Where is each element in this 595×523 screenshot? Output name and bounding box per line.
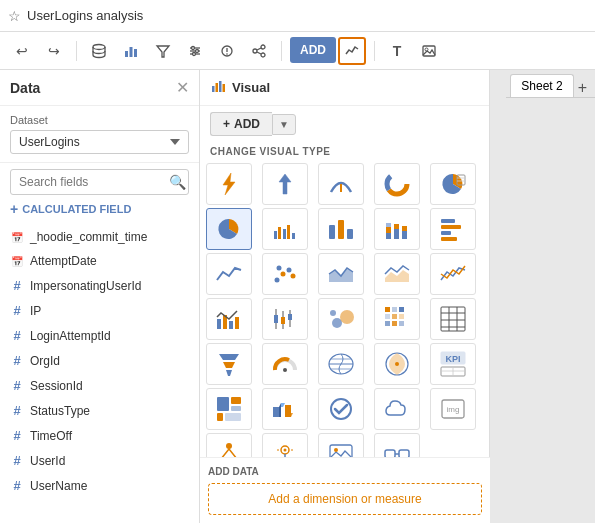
database-button[interactable] (85, 37, 113, 65)
chart-type-checklist[interactable] (318, 388, 364, 430)
chart-type-pie[interactable] (206, 208, 252, 250)
field-item[interactable]: # UserName (0, 473, 199, 498)
add-main-button[interactable]: + ADD (210, 112, 272, 136)
calculated-field-button[interactable]: + CALCULATED FIELD (10, 201, 189, 217)
chart-type-scatter[interactable] (262, 253, 308, 295)
redo-button[interactable]: ↪ (40, 37, 68, 65)
chart-type-kpi-table[interactable]: KPI (430, 343, 476, 385)
svg-rect-43 (386, 233, 391, 239)
chart-type-bubble[interactable] (318, 298, 364, 340)
field-item[interactable]: # OrgId (0, 348, 199, 373)
svg-rect-66 (281, 317, 285, 324)
text-button[interactable]: T (383, 37, 411, 65)
chart-type-line[interactable] (206, 253, 252, 295)
chart-button[interactable] (117, 37, 145, 65)
visual-panel: Visual + ADD ▼ CHANGE VISUAL TYPE (200, 70, 490, 523)
svg-rect-21 (212, 86, 215, 92)
settings-button[interactable] (181, 37, 209, 65)
chart-type-heatmap[interactable] (374, 298, 420, 340)
field-item[interactable]: # StatusType (0, 398, 199, 423)
chart-type-pie-table[interactable] (430, 163, 476, 205)
chart-type-map[interactable] (318, 343, 364, 385)
field-item[interactable]: # SessionId (0, 373, 199, 398)
chart-type-horizontal-bar[interactable] (430, 208, 476, 250)
chart-type-area[interactable] (318, 253, 364, 295)
chart-type-gauge[interactable] (262, 343, 308, 385)
add-tab-button[interactable]: + (574, 79, 591, 97)
field-item[interactable]: # IP (0, 298, 199, 323)
svg-point-10 (193, 52, 196, 55)
svg-rect-79 (392, 321, 397, 326)
svg-rect-41 (338, 220, 344, 239)
chart-type-arrow-up[interactable] (262, 163, 308, 205)
field-item[interactable]: 📅 AttemptDate (0, 249, 199, 273)
field-item[interactable]: # TimeOff (0, 423, 199, 448)
svg-point-96 (395, 362, 399, 366)
image-button[interactable] (415, 37, 443, 65)
field-name: _hoodie_commit_time (30, 230, 147, 244)
chart-type-3d-bar[interactable] (262, 388, 308, 430)
svg-rect-105 (217, 413, 223, 421)
field-item[interactable]: 📅 _hoodie_commit_time (0, 225, 199, 249)
sidebar-close-button[interactable]: ✕ (176, 78, 189, 97)
chart-type-funnel[interactable] (206, 343, 252, 385)
chart-type-bar-chart-2[interactable] (318, 208, 364, 250)
add-dimension-button[interactable]: Add a dimension or measure (208, 483, 482, 515)
chart-type-line-area-combo[interactable] (374, 253, 420, 295)
title-bar: ☆ UserLogins analysis (0, 0, 595, 32)
window-icon: ☆ (8, 8, 21, 24)
svg-line-18 (257, 52, 261, 54)
search-input[interactable] (19, 175, 169, 189)
share-button[interactable] (245, 37, 273, 65)
undo-button[interactable]: ↩ (8, 37, 36, 65)
chart-type-multi-line[interactable] (430, 253, 476, 295)
field-item[interactable]: # LoginAttemptId (0, 323, 199, 348)
insights-button[interactable] (213, 37, 241, 65)
chart-type-cloud[interactable] (374, 388, 420, 430)
chart-type-treemap[interactable] (206, 388, 252, 430)
field-item[interactable]: # UserId (0, 448, 199, 473)
svg-rect-112 (285, 405, 291, 417)
sheet-tab[interactable]: Sheet 2 (510, 74, 573, 97)
field-name: TimeOff (30, 429, 72, 443)
chart-type-image-placeholder[interactable]: img (430, 388, 476, 430)
visual-type-button[interactable] (338, 37, 366, 65)
add-dropdown-button[interactable]: ▼ (272, 114, 296, 135)
svg-rect-52 (441, 231, 451, 235)
add-btn-group: + ADD ▼ (210, 112, 479, 136)
plus-label: + (223, 117, 230, 131)
toolbar-separator-2 (281, 41, 282, 61)
chart-type-table[interactable] (430, 298, 476, 340)
main-layout: Data ✕ Dataset UserLogins 🔍 + CALCULATED… (0, 70, 595, 523)
svg-marker-26 (279, 174, 291, 194)
svg-rect-72 (385, 307, 390, 312)
svg-rect-77 (399, 314, 404, 319)
hash-icon: # (10, 428, 24, 443)
field-name: AttemptDate (30, 254, 97, 268)
svg-rect-47 (394, 224, 399, 229)
svg-rect-37 (283, 229, 286, 239)
svg-point-71 (330, 310, 336, 316)
svg-rect-62 (235, 317, 239, 329)
chart-type-grouped-bar[interactable] (262, 208, 308, 250)
chart-type-lightning[interactable] (206, 163, 252, 205)
svg-rect-38 (287, 225, 290, 239)
svg-point-70 (340, 310, 354, 324)
chart-type-stacked-bar[interactable] (374, 208, 420, 250)
svg-rect-39 (292, 233, 295, 239)
filter-button[interactable] (149, 37, 177, 65)
svg-rect-103 (231, 397, 241, 404)
chart-type-world-map[interactable] (374, 343, 420, 385)
svg-marker-110 (281, 403, 285, 407)
field-item[interactable]: # ImpersonatingUserId (0, 273, 199, 298)
svg-rect-2 (130, 47, 133, 57)
add-button[interactable]: ADD (290, 37, 336, 63)
toolbar-separator-3 (374, 41, 375, 61)
dataset-select[interactable]: UserLogins (10, 130, 189, 154)
chart-type-combo-bar[interactable] (206, 298, 252, 340)
svg-rect-44 (386, 227, 391, 233)
chart-type-donut[interactable] (374, 163, 420, 205)
chart-type-candlestick[interactable] (262, 298, 308, 340)
plus-icon: + (10, 201, 18, 217)
chart-type-arc[interactable] (318, 163, 364, 205)
